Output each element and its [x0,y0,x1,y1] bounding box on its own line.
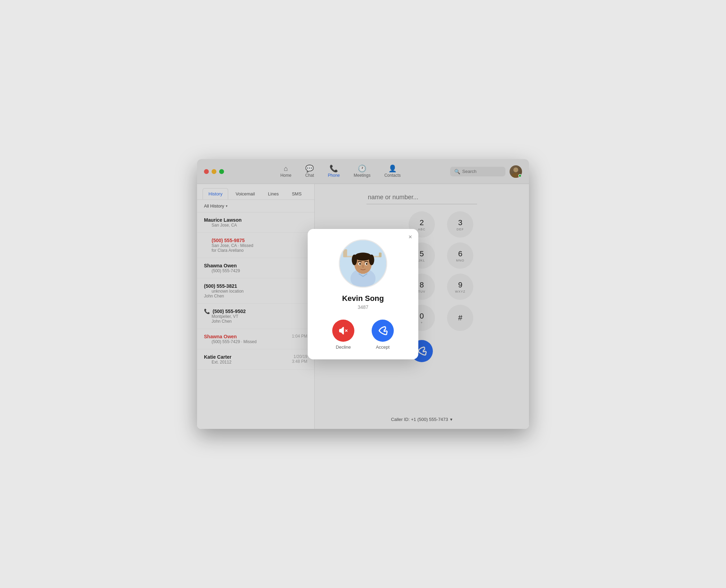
modal-overlay: × [197,159,529,429]
accept-label: Accept [376,344,390,350]
svg-point-10 [352,255,357,265]
decline-group: Decline [332,320,354,350]
incoming-call-modal: × [308,229,418,359]
caller-modal-name: Kevin Song [342,294,384,303]
caller-modal-ext: 3487 [357,304,368,310]
accept-button[interactable] [372,320,394,342]
decline-label: Decline [336,344,351,350]
svg-point-15 [366,263,367,265]
app-window: ⌂ Home 💬 Chat 📞 Phone 🕐 Meetings 👤 Conta… [197,159,529,429]
modal-actions: Decline Accept [332,320,394,350]
svg-rect-4 [343,249,347,257]
caller-avatar [339,239,387,288]
svg-point-14 [359,263,361,265]
svg-point-11 [369,255,374,265]
accept-group: Accept [372,320,394,350]
decline-button[interactable] [332,320,354,342]
svg-rect-5 [379,252,382,257]
close-button[interactable]: × [408,234,412,240]
